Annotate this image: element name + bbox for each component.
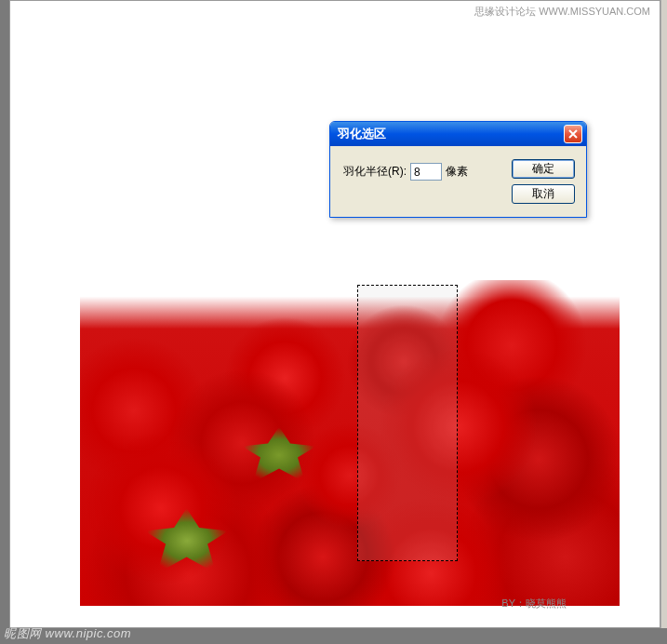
dialog-title: 羽化选区 — [338, 126, 386, 142]
credit-text: BY：晓莫熊熊 — [501, 597, 567, 610]
watermark-bottom: 昵图网 www.nipic.com — [4, 625, 131, 642]
feather-radius-field: 羽化半径(R): 像素 — [343, 159, 468, 181]
cancel-button[interactable]: 取消 — [512, 184, 575, 204]
ok-button[interactable]: 确定 — [512, 159, 575, 179]
dialog-buttons: 确定 取消 — [512, 159, 575, 204]
feather-radius-input[interactable] — [410, 163, 442, 181]
feather-radius-label: 羽化半径(R): — [343, 164, 407, 180]
dialog-titlebar[interactable]: 羽化选区 — [330, 122, 586, 146]
close-icon — [568, 129, 578, 139]
dialog-body: 羽化半径(R): 像素 确定 取消 — [330, 146, 586, 217]
close-button[interactable] — [564, 125, 582, 143]
canvas-area: 思缘设计论坛 WWW.MISSYUAN.COM BY：晓莫熊熊 — [9, 0, 660, 628]
watermark-top: 思缘设计论坛 WWW.MISSYUAN.COM — [474, 5, 650, 19]
feather-radius-unit: 像素 — [446, 164, 468, 180]
image-content — [80, 280, 620, 606]
vertical-scrollbar[interactable] — [660, 0, 667, 628]
strawberry-photo — [80, 280, 620, 606]
feather-selection-dialog: 羽化选区 羽化半径(R): 像素 确定 取消 — [329, 121, 587, 218]
